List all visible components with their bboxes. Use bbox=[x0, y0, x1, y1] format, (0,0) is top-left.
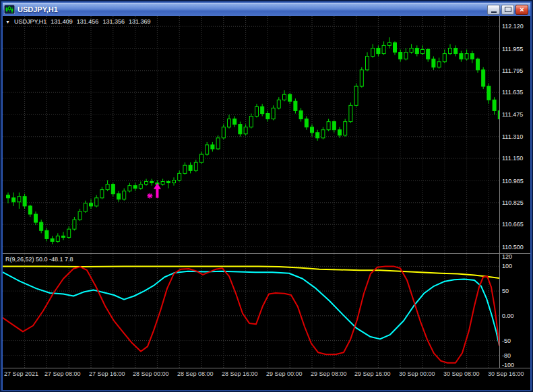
indicator-label: R(9,26,52) 50.0 -48.1 7.8 bbox=[5, 256, 73, 263]
price-axis-label: 112.120 bbox=[502, 23, 524, 30]
candle bbox=[161, 182, 164, 185]
buy-arrow-icon bbox=[154, 183, 161, 198]
candle bbox=[266, 114, 270, 119]
candle bbox=[476, 59, 480, 70]
candle bbox=[7, 195, 10, 198]
price-axis-label: 111.955 bbox=[502, 46, 523, 53]
candle bbox=[410, 48, 413, 53]
candle bbox=[23, 197, 26, 206]
candle bbox=[166, 182, 170, 183]
candle bbox=[366, 57, 369, 70]
candle bbox=[316, 133, 319, 138]
candle bbox=[283, 94, 286, 100]
candle bbox=[449, 48, 452, 54]
price-axis[interactable]: 112.120111.955111.795111.635111.475111.3… bbox=[499, 16, 530, 253]
candle bbox=[111, 185, 115, 194]
restore-button[interactable] bbox=[501, 5, 514, 15]
candle bbox=[51, 238, 54, 241]
indicator-plot[interactable]: R(9,26,52) 50.0 -48.1 7.8 bbox=[3, 254, 499, 368]
ohlc-info: ▼ USDJPY,H1 131.409 131.456 131.356 131.… bbox=[5, 18, 150, 25]
close-button[interactable]: × bbox=[515, 5, 528, 15]
star-marker-icon bbox=[147, 193, 152, 199]
candle bbox=[183, 165, 187, 173]
candle bbox=[493, 100, 496, 110]
candle bbox=[382, 45, 385, 53]
time-axis-label: 30 Sep 16:00 bbox=[488, 370, 524, 377]
candle bbox=[421, 50, 425, 54]
time-axis-label: 29 Sep 00:00 bbox=[266, 370, 303, 377]
candle bbox=[117, 194, 121, 199]
candle bbox=[432, 59, 435, 67]
candle bbox=[12, 198, 15, 202]
chart-area: ▼ USDJPY,H1 131.409 131.456 131.356 131.… bbox=[3, 16, 530, 390]
time-axis-label: 27 Sep 08:00 bbox=[44, 370, 81, 377]
price-axis-label: 111.310 bbox=[502, 133, 523, 140]
info-low: 131.356 bbox=[102, 18, 125, 25]
candle bbox=[377, 48, 380, 54]
candle bbox=[73, 220, 76, 229]
time-axis-label: 28 Sep 16:00 bbox=[222, 370, 258, 377]
time-axis-label: 29 Sep 16:00 bbox=[354, 370, 391, 377]
price-axis-label: 110.985 bbox=[502, 178, 524, 185]
price-axis-label: 110.665 bbox=[502, 221, 524, 228]
candle bbox=[261, 106, 264, 113]
price-chart-plot[interactable]: ▼ USDJPY,H1 131.409 131.456 131.356 131.… bbox=[3, 16, 499, 253]
candle bbox=[133, 186, 137, 189]
info-close: 131.369 bbox=[129, 18, 151, 25]
info-symbol: USDJPY,H1 bbox=[14, 18, 46, 25]
price-axis-label: 110.500 bbox=[502, 244, 524, 251]
candle bbox=[211, 145, 214, 149]
price-axis-label: 111.795 bbox=[502, 67, 523, 74]
price-axis-label: 111.635 bbox=[502, 89, 523, 96]
candlestick-plot[interactable] bbox=[3, 16, 499, 253]
candle bbox=[255, 106, 259, 116]
candle bbox=[84, 203, 87, 211]
candle bbox=[327, 122, 330, 130]
time-axis-label: 30 Sep 00:00 bbox=[399, 370, 435, 377]
candle bbox=[305, 119, 308, 127]
chart-window: USDJPY,H1 × ▼ USDJPY,H1 131.409 131.456 … bbox=[0, 0, 533, 392]
indicator-axis-label: 100 bbox=[502, 263, 512, 269]
candle bbox=[427, 50, 430, 59]
candle bbox=[360, 70, 363, 86]
candle bbox=[344, 122, 347, 135]
candle bbox=[139, 185, 142, 189]
time-axis-label: 28 Sep 08:00 bbox=[177, 370, 214, 377]
candle bbox=[443, 54, 446, 62]
candle bbox=[349, 105, 352, 121]
candle bbox=[233, 119, 237, 125]
candle bbox=[78, 211, 82, 220]
titlebar[interactable]: USDJPY,H1 × bbox=[3, 3, 530, 16]
candle bbox=[460, 54, 463, 59]
candle bbox=[67, 229, 71, 237]
info-open: 131.409 bbox=[51, 18, 73, 25]
candle bbox=[123, 191, 126, 199]
candle bbox=[465, 54, 468, 59]
candle bbox=[228, 119, 231, 127]
candle bbox=[249, 117, 253, 127]
candle bbox=[216, 138, 220, 149]
oscillator-plot[interactable] bbox=[3, 254, 499, 368]
candle bbox=[299, 110, 303, 119]
indicator-axis: 120100500.00-50-80-100 bbox=[499, 254, 530, 368]
indicator-axis-label: 50 bbox=[502, 288, 509, 294]
candle bbox=[239, 125, 242, 134]
candle bbox=[45, 230, 49, 238]
candle bbox=[354, 86, 358, 105]
candle bbox=[222, 127, 225, 138]
candle bbox=[194, 162, 197, 170]
candle bbox=[56, 236, 59, 241]
candle bbox=[387, 42, 391, 45]
symbol-dropdown-icon[interactable]: ▼ bbox=[5, 20, 10, 24]
candle bbox=[150, 182, 154, 183]
time-axis[interactable]: 27 Sep 202127 Sep 08:0027 Sep 16:0028 Se… bbox=[3, 368, 530, 390]
candle bbox=[321, 130, 325, 138]
candle bbox=[332, 122, 336, 130]
candle bbox=[311, 127, 314, 133]
indicator-fast-line bbox=[3, 266, 499, 362]
price-chart-row: ▼ USDJPY,H1 131.409 131.456 131.356 131.… bbox=[3, 16, 530, 253]
price-axis-label: 110.825 bbox=[502, 199, 524, 206]
candle bbox=[18, 197, 21, 202]
candle bbox=[394, 42, 397, 52]
minimize-button[interactable] bbox=[487, 5, 500, 15]
